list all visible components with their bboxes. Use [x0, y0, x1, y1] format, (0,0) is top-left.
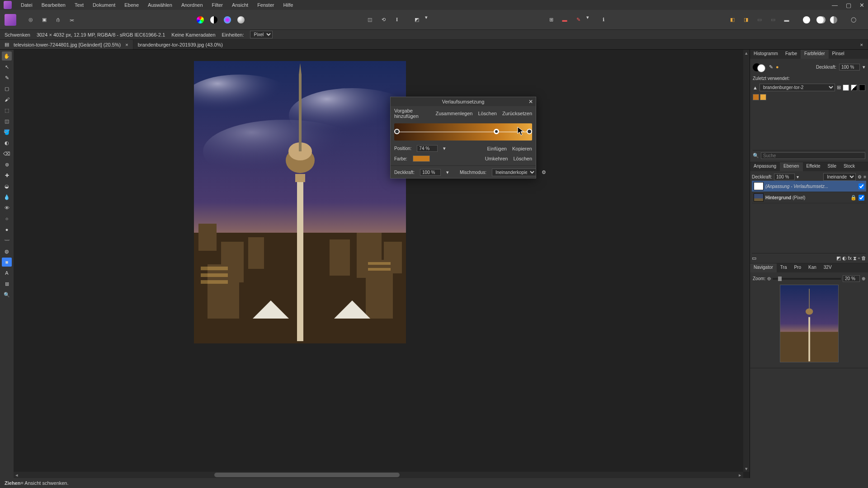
delete-button[interactable]: Löschen	[478, 111, 497, 116]
swatch-overlap-icon[interactable]	[815, 14, 826, 25]
units-select[interactable]: Pixel	[250, 31, 273, 38]
maximize-icon[interactable]: ▢	[846, 2, 851, 9]
add-preset-button[interactable]: Vorgabe hinzufügen	[394, 108, 425, 119]
gear-icon[interactable]: ⚙	[858, 174, 862, 179]
patch-tool-icon[interactable]: ◒	[2, 182, 12, 191]
blur-tool-icon[interactable]: 💧	[2, 192, 12, 202]
tab-protocol[interactable]: Pro	[790, 263, 805, 272]
sphere-icon[interactable]	[236, 14, 246, 25]
gradient-map-dialog[interactable]: Verlaufsumsetzung ✕ Vorgabe hinzufügen Z…	[390, 97, 536, 178]
zoom-out-icon[interactable]: ⊖	[767, 276, 771, 281]
crop-tool-icon[interactable]: ▢	[2, 84, 12, 93]
zoom-in-icon[interactable]: ⊕	[862, 276, 865, 281]
dropdown-icon[interactable]: ▾	[425, 14, 428, 25]
gear-icon[interactable]: ⚙	[542, 169, 546, 175]
pen-icon[interactable]: ✎	[573, 14, 584, 25]
mask-icon[interactable]: ◩	[836, 255, 841, 261]
add-layer-icon[interactable]: ▫	[858, 255, 860, 261]
layer-dup-icon[interactable]: ▭	[768, 14, 778, 25]
tab-farbe[interactable]: Farbe	[782, 50, 801, 59]
zoom-slider[interactable]	[773, 278, 841, 280]
color-chips-icon[interactable]	[753, 61, 766, 72]
mesh-tool-icon[interactable]: ⊞	[2, 279, 12, 288]
layer-group-icon[interactable]: ▭	[754, 14, 765, 25]
erase-tool-icon[interactable]: ⌫	[2, 149, 12, 158]
layer-add-icon[interactable]: ◧	[727, 14, 738, 25]
tab-effekte[interactable]: Effekte	[803, 162, 824, 171]
info-icon[interactable]: ℹ	[598, 14, 609, 25]
marquee-icon[interactable]: ◫	[364, 14, 375, 25]
redeye-tool-icon[interactable]: 👁	[2, 203, 12, 212]
sponge-tool-icon[interactable]: ◍	[2, 247, 12, 256]
tab-television-tower[interactable]: ▤ television-tower-7244801.jpg [Geändert…	[0, 40, 133, 49]
reverse-button[interactable]: Umkehren	[485, 156, 508, 161]
quick-mask-icon[interactable]: ◩	[411, 14, 422, 25]
menu-auswaehlen[interactable]: Auswählen	[143, 2, 177, 8]
dropdown-icon[interactable]: ▾	[586, 14, 589, 25]
gradient-stop-end[interactable]	[527, 129, 532, 134]
tab-brandenburger[interactable]: brandenburger-tor-201939.jpg (43.0%) ×	[133, 40, 868, 49]
eyedropper-icon[interactable]: ✎	[769, 64, 773, 70]
navigator-thumbnail[interactable]	[780, 285, 839, 362]
clone-tool-icon[interactable]: ⊛	[2, 160, 12, 169]
adjustment-icon[interactable]: ◐	[842, 255, 847, 261]
blend-mode-select[interactable]: Ineinanderko	[823, 173, 856, 181]
swatch-item[interactable]	[760, 94, 766, 100]
target-icon[interactable]: ◎	[25, 14, 36, 25]
stack-icon[interactable]: ▬	[559, 14, 570, 25]
color-wheel-icon[interactable]	[195, 14, 206, 25]
delete-layer-icon[interactable]: 🗑	[861, 255, 866, 261]
menu-dokument[interactable]: Dokument	[88, 2, 120, 8]
contrast-icon[interactable]	[208, 14, 219, 25]
text-tool-icon[interactable]: 𝐈	[392, 14, 402, 25]
heal-tool-icon[interactable]: ✚	[2, 171, 12, 180]
pan-tool-icon[interactable]: ✋	[2, 52, 12, 61]
selection-tool-icon[interactable]: ⬚	[2, 106, 12, 115]
swatch-half-icon[interactable]	[828, 14, 839, 25]
dropdown-icon[interactable]: ▾	[863, 64, 865, 70]
tab-navigator[interactable]: Navigator	[750, 263, 777, 272]
gradient-tool-icon[interactable]: ◐	[2, 138, 12, 147]
tab-channels[interactable]: Kan	[805, 263, 820, 272]
tab-close-icon[interactable]: ×	[860, 42, 863, 47]
zoom-tool-icon[interactable]: 🔍	[2, 290, 12, 299]
layer-adjustment-gradient[interactable]: (Anpassung - Verlaufsumsetz...	[752, 181, 866, 192]
tab-ebenen[interactable]: Ebenen	[780, 162, 802, 171]
layer-background[interactable]: Hintergrund (Pixel) 🔒	[752, 192, 866, 203]
gradient-editor[interactable]	[394, 123, 532, 141]
grid-view-icon[interactable]: ⊞	[837, 84, 841, 90]
vertical-scrollbar[interactable]: ▴ ▾	[743, 50, 750, 472]
position-input[interactable]	[417, 145, 438, 152]
waveform-icon[interactable]: ⫛	[52, 14, 63, 25]
tab-histogramm[interactable]: Histogramm	[750, 50, 782, 59]
tab-stile[interactable]: Stile	[824, 162, 840, 171]
menu-datei[interactable]: Datei	[16, 2, 37, 8]
brush-tool-icon[interactable]: 🖌	[2, 95, 12, 104]
canvas-viewport[interactable]: ▴ ▾ ◂ ▸	[14, 50, 750, 478]
tab-pinsel[interactable]: Pinsel	[829, 50, 848, 59]
horizontal-scrollbar[interactable]: ◂ ▸	[14, 472, 743, 478]
dodge-tool-icon[interactable]: ○	[2, 214, 12, 223]
live-filter-icon[interactable]: ⧗	[853, 255, 857, 261]
layer-opacity-input[interactable]	[774, 174, 795, 180]
delete-stop-button[interactable]: Löschen	[513, 156, 532, 161]
gradient-stop-active[interactable]	[494, 129, 499, 134]
layer-visible-checkbox[interactable]	[859, 183, 864, 189]
menu-ebene[interactable]: Ebene	[120, 2, 143, 8]
color-picker-icon[interactable]: ✎	[2, 73, 12, 82]
swatch-search-input[interactable]	[761, 152, 865, 159]
scroll-right-icon[interactable]: ▸	[737, 472, 743, 478]
dialog-titlebar[interactable]: Verlaufsumsetzung ✕	[391, 97, 536, 106]
marquee-rect-icon[interactable]: ◫	[2, 117, 12, 126]
reset-button[interactable]: Zurücksetzen	[502, 111, 532, 116]
menu-text[interactable]: Text	[70, 2, 88, 8]
scroll-up-icon[interactable]: ▴	[743, 50, 750, 56]
layer-mask-icon[interactable]: ◨	[741, 14, 751, 25]
menu-anordnen[interactable]: Anordnen	[177, 2, 208, 8]
gradient-stop-start[interactable]	[394, 129, 400, 134]
move-tool-icon[interactable]: ↖	[2, 62, 12, 71]
close-icon[interactable]: ✕	[859, 2, 864, 9]
grid-icon[interactable]: ⊞	[546, 14, 557, 25]
active-color-icon[interactable]: ●	[776, 64, 779, 70]
dropdown-icon[interactable]: ▾	[443, 145, 446, 151]
